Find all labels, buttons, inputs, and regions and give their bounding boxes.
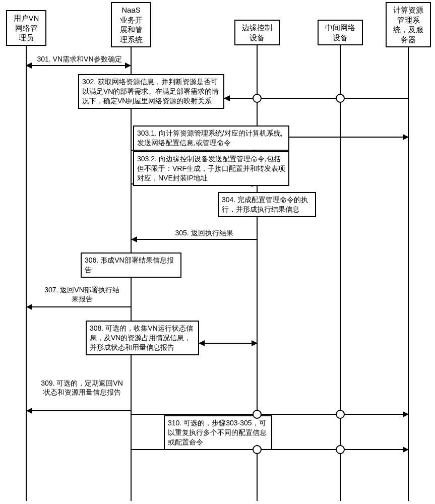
step-305-arrow <box>132 239 257 240</box>
step-302-arrow <box>224 98 408 99</box>
step-301-label: 301. VN需求和VN参数确定 <box>30 54 129 64</box>
participant-edge: 边缘控制设备 <box>234 20 280 45</box>
step-307-arrow <box>27 306 131 307</box>
step-310-node-middle-bot <box>336 445 345 454</box>
participant-user: 用户VN网络管理员 <box>6 10 46 46</box>
step-3031-arrow <box>289 137 408 138</box>
participant-naas: NaaS业务开展和管理系统 <box>111 2 151 47</box>
step-308-arrow <box>199 343 257 344</box>
step-302-box: 302. 获取网络资源信息，并判断资源是否可以满足VN的部署需求。在满足部署需求… <box>78 74 224 109</box>
participant-naas-label: NaaS业务开展和管理系统 <box>120 6 143 44</box>
participant-middle-label: 中间网络设备 <box>325 23 355 42</box>
participant-edge-label: 边缘控制设备 <box>242 23 272 42</box>
step-3031-box: 303.1. 向计算资源管理系统/对应的计算机系统,发送网络配置信息,或管理命令 <box>133 125 289 151</box>
step-310-node-middle-top <box>336 410 345 419</box>
lifeline-compute <box>408 45 409 501</box>
step-306-box: 306. 形成VN部署结果信息报告 <box>81 253 181 278</box>
step-304-box: 304. 完成配置管理命令的执行，并形成执行结果信息 <box>218 192 316 217</box>
step-305-label: 305. 返回执行结果 <box>161 228 247 237</box>
step-309-arrow <box>27 410 131 411</box>
step-302-node-edge <box>253 94 262 103</box>
step-310-node-edge-bot <box>253 445 262 454</box>
step-302-node-middle <box>336 94 345 103</box>
step-310-node-edge-top <box>253 410 262 419</box>
participant-compute-label: 计算资源管理系统，及服务器 <box>393 6 423 44</box>
participant-compute: 计算资源管理系统，及服务器 <box>386 2 431 47</box>
step-308-box: 308. 可选的，收集VN运行状态信息，及VN的资源占用情况信息，并形成状态和用… <box>86 321 199 355</box>
lifeline-user <box>26 43 27 501</box>
participant-user-label: 用户VN网络管理员 <box>14 14 39 42</box>
step-307-label: 307. 返回VN部署执行结果报告 <box>43 285 121 303</box>
step-310-arrow-top <box>132 414 408 415</box>
step-301-arrow <box>26 65 131 66</box>
participant-middle: 中间网络设备 <box>318 20 363 45</box>
step-3032-box: 303.2. 向边缘控制设备发送配置管理命令,包括但不限于：VRF生成，子接口配… <box>133 151 289 186</box>
lifeline-middle <box>340 43 341 501</box>
step-309-label: 309. 可选的，定期返回VN状态和资源用量信息报告 <box>38 379 126 397</box>
